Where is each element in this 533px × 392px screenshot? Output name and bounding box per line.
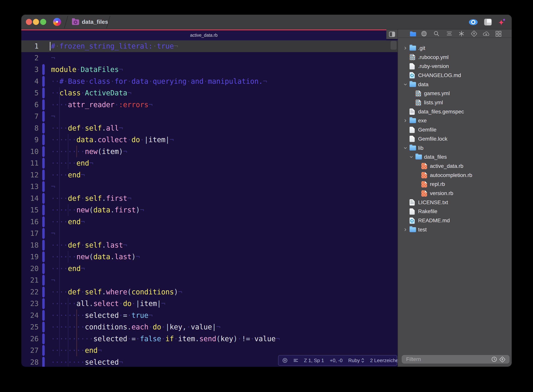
- code-line[interactable]: 10········new(item)¬: [21, 146, 398, 158]
- file-row-Gemfile.lock[interactable]: Gemfile.lock: [398, 134, 512, 144]
- code-line[interactable]: 4··#·Base·class·for·data·querying·and·ma…: [21, 75, 398, 87]
- language-selector[interactable]: Ruby: [348, 358, 364, 364]
- editor-scrollbar[interactable]: [390, 41, 397, 50]
- change-bar: [42, 123, 45, 134]
- chevron-right-icon[interactable]: [404, 47, 407, 50]
- code-line[interactable]: 6····attr_reader·:errors¬: [21, 99, 398, 111]
- toggle-sidebar-button[interactable]: [386, 29, 398, 39]
- minimize-button[interactable]: [33, 19, 39, 25]
- code-line[interactable]: 16····end¬: [21, 216, 398, 228]
- chevron-down-icon[interactable]: [410, 155, 413, 159]
- lines-icon[interactable]: [445, 30, 454, 37]
- code-line[interactable]: 7¬: [21, 111, 398, 122]
- code-line[interactable]: 24········selected·=·true¬: [21, 310, 398, 321]
- file-row-lib[interactable]: lib: [398, 144, 512, 153]
- line-number: 13: [21, 181, 39, 193]
- project-tab[interactable]: data_files: [82, 15, 108, 29]
- code-line[interactable]: 21¬: [21, 274, 398, 286]
- chevron-down-icon[interactable]: [404, 83, 407, 86]
- file-row-exe[interactable]: exe: [398, 116, 512, 125]
- code-line[interactable]: 17¬: [21, 228, 398, 239]
- line-column-indicator[interactable]: Z 1, Sp 1: [304, 358, 324, 364]
- change-bar: [42, 111, 45, 122]
- file-row-.rubocop.yml[interactable]: .rubocop.yml: [398, 53, 512, 62]
- code-line[interactable]: 11······end¬: [21, 157, 398, 169]
- zoom-button[interactable]: [40, 19, 46, 25]
- file-row-autocompletion.rb[interactable]: autocompletion.rb: [398, 171, 512, 180]
- code-line[interactable]: 2¬: [21, 52, 398, 64]
- project-folder-icon: [72, 19, 79, 25]
- file-row-repl.rb[interactable]: repl.rb: [398, 180, 512, 189]
- file-row-test[interactable]: test: [398, 225, 512, 234]
- code-line[interactable]: 5··class·ActiveData¬: [21, 87, 398, 99]
- code-line[interactable]: 20····end¬: [21, 263, 398, 275]
- file-row-Rakefile[interactable]: Rakefile: [398, 207, 512, 216]
- indent-selector[interactable]: 2 Leerzeichen: [370, 358, 398, 364]
- code-line[interactable]: 13¬: [21, 181, 398, 193]
- chevron-right-icon[interactable]: [404, 228, 407, 231]
- file-label: Rakefile: [418, 208, 437, 215]
- search-icon[interactable]: [432, 30, 441, 37]
- code-line[interactable]: 26··········selected·=·false·if·item.sen…: [21, 333, 398, 345]
- code-text: ······end¬: [51, 157, 93, 169]
- close-button[interactable]: [26, 19, 32, 25]
- file-row-data_files.gemspec[interactable]: data_files.gemspec: [398, 107, 512, 116]
- code-line[interactable]: 23······all.select·do·|item|¬: [21, 298, 398, 310]
- code-text: ¬: [51, 111, 55, 122]
- code-line[interactable]: 14····def·self.first¬: [21, 193, 398, 204]
- file-row-data[interactable]: data: [398, 80, 512, 89]
- code-line[interactable]: 15······new(data.first)¬: [21, 204, 398, 216]
- code-line[interactable]: 25········conditions.each·do·|key,·value…: [21, 321, 398, 333]
- file-row-.ruby-version[interactable]: .ruby-version: [398, 62, 512, 71]
- change-bar: [42, 64, 45, 75]
- line-number: 3: [21, 64, 39, 75]
- file-row-README.md[interactable]: README.md: [398, 216, 512, 225]
- code-text: ····end¬: [51, 263, 85, 275]
- code-text: ··········selected·=·false·if·item.send(…: [51, 333, 280, 345]
- code-line[interactable]: 27········end¬: [21, 345, 398, 356]
- file-row-Gemfile[interactable]: Gemfile: [398, 125, 512, 134]
- cloud-upload-icon[interactable]: [482, 30, 490, 37]
- code-line[interactable]: 12····end¬: [21, 169, 398, 181]
- code-editor[interactable]: 1#·frozen_string_literal:·true¬2¬3module…: [21, 40, 398, 367]
- app-icon: [53, 18, 61, 26]
- code-line[interactable]: 19······new(data.last)¬: [21, 251, 398, 263]
- code-line[interactable]: 3module·DataFiles¬: [21, 64, 398, 75]
- sparkles-icon[interactable]: [497, 18, 506, 26]
- file-row-lists.yml[interactable]: lists.yml: [398, 98, 512, 107]
- change-bar: [42, 228, 45, 239]
- line-number: 8: [21, 122, 39, 134]
- chevron-right-icon[interactable]: [404, 119, 407, 122]
- file-row-LICENSE.txt[interactable]: LICENSE.txt: [398, 198, 512, 207]
- file-row-games.yml[interactable]: games.yml: [398, 89, 512, 98]
- code-line[interactable]: 18····def·self.last¬: [21, 239, 398, 251]
- code-text: ····def·self.where(conditions)¬: [51, 286, 182, 298]
- text-caret: [50, 42, 51, 51]
- softwrap-toggle[interactable]: [293, 358, 298, 363]
- chevron-down-icon[interactable]: [404, 146, 407, 149]
- tab-separator: [64, 16, 68, 28]
- code-text: ¬: [51, 181, 55, 193]
- code-line[interactable]: 22····def·self.where(conditions)¬: [21, 286, 398, 298]
- globe-icon[interactable]: [420, 30, 428, 37]
- eye-icon[interactable]: [469, 19, 478, 25]
- file-row-.git[interactable]: .git: [398, 44, 512, 53]
- file-row-active_data.rb[interactable]: active_data.rb: [398, 162, 512, 171]
- file-row-version.rb[interactable]: version.rb: [398, 189, 512, 198]
- text-file-icon: [410, 108, 415, 115]
- file-row-CHANGELOG.md[interactable]: CHANGELOG.md: [398, 71, 512, 80]
- folder-icon[interactable]: [409, 30, 417, 37]
- grid-icon[interactable]: [494, 30, 503, 37]
- code-line[interactable]: 9······data.collect·do·|item|¬: [21, 134, 398, 146]
- asterisk-icon[interactable]: [457, 30, 466, 37]
- package-icon[interactable]: [470, 30, 478, 37]
- changes-indicator[interactable]: +0, -0: [330, 358, 343, 364]
- bundle-menu[interactable]: [282, 358, 288, 363]
- panes-icon[interactable]: [484, 19, 492, 25]
- code-line[interactable]: 8····def·self.all¬: [21, 122, 398, 134]
- file-row-data_files[interactable]: data_files: [398, 152, 512, 162]
- file-label: LICENSE.txt: [418, 199, 448, 205]
- package-icon[interactable]: [499, 356, 506, 363]
- code-line[interactable]: 1#·frozen_string_literal:·true¬: [21, 40, 398, 52]
- clock-icon[interactable]: [491, 356, 497, 362]
